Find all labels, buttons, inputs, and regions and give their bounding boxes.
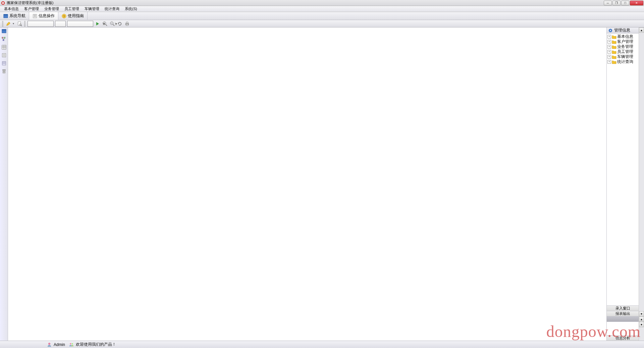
svg-rect-21 xyxy=(126,24,128,25)
grid-icon xyxy=(2,45,6,50)
list-icon xyxy=(2,53,6,58)
tree-expander-icon[interactable]: + xyxy=(607,35,611,39)
tree-node-vehicle[interactable]: + 车辆管理 xyxy=(607,54,639,59)
svg-rect-4 xyxy=(34,15,36,15)
tree-header: 管理信息 xyxy=(607,27,639,33)
scroll-down-button-2[interactable]: ▼ xyxy=(639,322,644,327)
scroll-down-button[interactable]: ▼ xyxy=(639,311,644,317)
right-tab-input-window[interactable]: 录入窗口 xyxy=(607,306,639,311)
tree-node-employee[interactable]: + 员工管理 xyxy=(607,49,639,54)
tree-icon xyxy=(2,37,6,42)
combo-field-2[interactable]: ▾ xyxy=(55,21,66,27)
tree-expander-icon[interactable]: + xyxy=(607,40,611,44)
scroll-up-button[interactable]: ▲ xyxy=(639,27,644,33)
svg-point-47 xyxy=(610,30,611,31)
form-icon xyxy=(2,61,6,66)
user-icon xyxy=(47,342,52,347)
scroll-up-button-2[interactable]: ▲ xyxy=(639,317,644,322)
tree-node-business[interactable]: + 业务管理 xyxy=(607,44,639,49)
app-icon xyxy=(1,1,5,5)
maximize-button[interactable]: □ xyxy=(621,1,629,5)
menubar: 基本信息 客户管理 业务管理 员工管理 车辆管理 统计查询 系统(S) xyxy=(0,6,644,12)
tab-system-nav[interactable]: 系统导航 xyxy=(0,12,29,20)
svg-rect-20 xyxy=(126,22,128,23)
svg-text:?: ? xyxy=(63,14,65,18)
help-icon: ? xyxy=(62,14,66,18)
edit-button[interactable] xyxy=(5,21,11,27)
tree-expander-icon[interactable]: + xyxy=(607,50,611,54)
statusbar: Admin 欢迎使用我们的产品！ xyxy=(0,341,644,348)
svg-line-11 xyxy=(21,25,22,26)
gear-blue-icon xyxy=(608,28,613,33)
svg-line-28 xyxy=(4,38,5,40)
tree-expander-icon[interactable]: + xyxy=(607,45,611,49)
svg-rect-42 xyxy=(2,70,5,70)
toolbar-grip[interactable] xyxy=(24,21,25,26)
toolbar-grip[interactable] xyxy=(2,21,3,26)
right-scrollbar[interactable]: ▲ ▼ ▲ ▼ xyxy=(639,27,644,341)
users-icon xyxy=(69,342,74,347)
menu-stats[interactable]: 统计查询 xyxy=(102,6,122,11)
menu-vehicle[interactable]: 车辆管理 xyxy=(82,6,102,11)
left-icon-tree[interactable] xyxy=(1,36,7,42)
tree-body: + 基本信息 + 客户管理 + 业务管理 + 员工管理 xyxy=(607,33,639,305)
tree-node-basic-info[interactable]: + 基本信息 xyxy=(607,34,639,39)
menu-employee[interactable]: 员工管理 xyxy=(62,6,82,11)
zoom-in-button[interactable] xyxy=(102,21,108,27)
svg-line-13 xyxy=(106,24,107,25)
tree-node-customer[interactable]: + 客户管理 xyxy=(607,39,639,44)
titlebar: 搬家保洁管理系统(非注册版) ─ ❐ □ ✕ xyxy=(0,0,644,6)
restore-button[interactable]: ❐ xyxy=(612,1,621,5)
menu-customer[interactable]: 客户管理 xyxy=(21,6,42,11)
tab-label: 信息操作 xyxy=(39,13,55,19)
refresh-icon xyxy=(117,21,122,26)
svg-line-27 xyxy=(2,38,3,40)
zoom-out-button[interactable] xyxy=(109,21,115,27)
left-icon-grid[interactable] xyxy=(1,44,7,50)
svg-rect-26 xyxy=(3,40,4,41)
folder-icon xyxy=(612,35,616,39)
content-area xyxy=(8,27,606,341)
toolbar-secondary: ▾ ▾ ▾ ▾ xyxy=(0,20,644,27)
zoom-in-icon xyxy=(103,21,107,26)
preview-button[interactable] xyxy=(17,21,23,27)
svg-rect-9 xyxy=(18,21,21,25)
menu-basic-info[interactable]: 基本信息 xyxy=(1,6,21,11)
combo-field-1[interactable]: ▾ xyxy=(28,21,54,27)
tree-expander-icon[interactable]: + xyxy=(607,60,611,64)
svg-line-17 xyxy=(113,24,114,25)
tree-expander-icon[interactable]: + xyxy=(607,55,611,59)
svg-rect-6 xyxy=(34,16,36,17)
tab-info-operation[interactable]: 信息操作 xyxy=(29,12,58,20)
left-icon-delete[interactable] xyxy=(1,68,7,74)
combo-field-3[interactable]: ▾ xyxy=(67,21,93,27)
run-button[interactable] xyxy=(95,21,101,27)
print-button[interactable] xyxy=(124,21,130,27)
tree-node-stats[interactable]: + 统计查询 xyxy=(607,59,639,64)
menu-business[interactable]: 业务管理 xyxy=(42,6,62,11)
right-tab-report-output[interactable]: 报表输出 xyxy=(607,311,639,317)
refresh-button[interactable] xyxy=(117,21,123,27)
svg-rect-23 xyxy=(2,29,6,30)
menu-system[interactable]: 系统(S) xyxy=(122,6,140,11)
svg-point-48 xyxy=(48,343,50,344)
edit-dropdown[interactable]: ▾ xyxy=(13,22,15,25)
left-icon-window[interactable] xyxy=(1,28,7,34)
left-icon-list[interactable] xyxy=(1,52,7,58)
right-footer-info-analysis[interactable]: 信息分析 xyxy=(607,335,639,341)
status-welcome-label: 欢迎使用我们的产品！ xyxy=(76,342,116,347)
tree-header-label: 管理信息 xyxy=(614,27,630,33)
toolbar-tabs: 系统导航 信息操作 ? 使用指南 xyxy=(0,12,644,20)
svg-rect-2 xyxy=(4,14,8,15)
minimize-button[interactable]: ─ xyxy=(604,1,612,5)
main-area: 管理信息 + 基本信息 + 客户管理 + 业务管理 xyxy=(0,27,644,341)
close-button[interactable]: ✕ xyxy=(630,1,643,5)
folder-icon xyxy=(612,40,616,44)
tab-user-guide[interactable]: ? 使用指南 xyxy=(58,12,88,20)
svg-rect-25 xyxy=(4,37,5,39)
scroll-track[interactable] xyxy=(639,33,644,311)
tree-label: 统计查询 xyxy=(617,59,633,65)
svg-rect-5 xyxy=(34,16,36,16)
left-icon-form[interactable] xyxy=(1,60,7,66)
right-tab-blank[interactable] xyxy=(607,317,639,322)
